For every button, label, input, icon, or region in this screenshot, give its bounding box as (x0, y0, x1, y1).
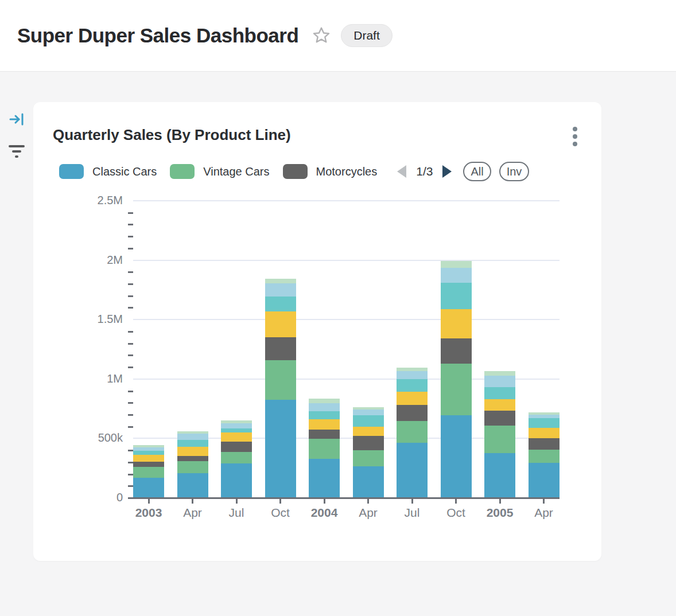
bar-segment-unlabeled-apr-9[interactable] (529, 428, 560, 439)
x-tick (499, 498, 501, 504)
bar-segment-unlabeled-jul-2[interactable] (221, 423, 252, 428)
bar-segment-vintage-cars-2003-0[interactable] (133, 467, 164, 478)
gridline (133, 260, 560, 261)
favorite-button[interactable] (311, 25, 332, 46)
bar-segment-motorcycles-apr-9[interactable] (529, 438, 560, 450)
bar-segment-classic-cars-2004-4[interactable] (309, 459, 340, 498)
x-axis-label: Apr (167, 506, 219, 520)
bar-segment-unlabeled-apr-5[interactable] (353, 415, 384, 427)
bar-segment-unlabeled-jul-6[interactable] (397, 379, 428, 391)
bar-segment-vintage-cars-2005-8[interactable] (484, 426, 515, 453)
gridline (133, 319, 560, 320)
bar-segment-unlabeled-jul-6[interactable] (397, 368, 428, 372)
bar-segment-unlabeled-jul-6[interactable] (397, 371, 428, 379)
bar-segment-unlabeled-apr-5[interactable] (353, 407, 384, 410)
bar-segment-unlabeled-apr-1[interactable] (177, 440, 208, 447)
bar-segment-classic-cars-2003-0[interactable] (133, 478, 164, 498)
legend-all-button[interactable]: All (463, 162, 491, 181)
card-menu-button[interactable] (568, 123, 582, 150)
bar-segment-vintage-cars-jul-2[interactable] (221, 452, 252, 463)
bar-segment-motorcycles-2004-4[interactable] (309, 430, 340, 439)
bar-segment-vintage-cars-apr-1[interactable] (177, 461, 208, 473)
x-axis-label: 2004 (298, 506, 350, 520)
bar-segment-unlabeled-2003-0[interactable] (133, 445, 164, 447)
y-minor-tick (128, 367, 133, 368)
y-minor-tick (128, 212, 133, 214)
bar-segment-motorcycles-apr-1[interactable] (177, 456, 208, 461)
bar-segment-unlabeled-oct-3[interactable] (265, 279, 296, 283)
y-axis-label: 0 (83, 491, 123, 504)
bar-segment-unlabeled-apr-1[interactable] (177, 447, 208, 456)
bar-segment-unlabeled-jul-6[interactable] (397, 392, 428, 406)
gridline (133, 200, 560, 201)
bar-segment-motorcycles-oct-7[interactable] (441, 338, 472, 364)
kebab-icon (573, 127, 577, 131)
bar-segment-vintage-cars-oct-3[interactable] (265, 360, 296, 400)
bar-segment-motorcycles-oct-3[interactable] (265, 337, 296, 360)
filter-button[interactable] (0, 139, 33, 164)
legend-item-motorcycles[interactable]: Motorcycles (283, 164, 378, 179)
bar-segment-unlabeled-2004-4[interactable] (309, 411, 340, 419)
y-minor-tick (128, 354, 133, 356)
bar-segment-vintage-cars-apr-9[interactable] (529, 450, 560, 463)
legend-prev-icon[interactable] (397, 165, 406, 178)
bar-segment-unlabeled-jul-2[interactable] (221, 432, 252, 442)
bar-segment-motorcycles-jul-6[interactable] (397, 405, 428, 420)
bar-segment-unlabeled-2005-8[interactable] (484, 376, 515, 387)
bar-segment-unlabeled-oct-7[interactable] (441, 309, 472, 338)
bar-segment-unlabeled-oct-3[interactable] (265, 311, 296, 337)
legend-row: Classic CarsVintage CarsMotorcycles 1/3 … (59, 162, 578, 181)
bar-segment-classic-cars-apr-9[interactable] (529, 463, 560, 498)
bar-segment-unlabeled-2005-8[interactable] (484, 371, 515, 376)
bar-segment-classic-cars-jul-2[interactable] (221, 463, 252, 498)
y-minor-tick (128, 283, 133, 285)
bar-segment-unlabeled-2004-4[interactable] (309, 399, 340, 403)
bar-segment-unlabeled-apr-5[interactable] (353, 427, 384, 436)
bar-segment-unlabeled-2003-0[interactable] (133, 451, 164, 455)
bar-segment-unlabeled-oct-3[interactable] (265, 297, 296, 311)
bar-segment-vintage-cars-2004-4[interactable] (309, 439, 340, 459)
page-title: Super Duper Sales Dashboard (17, 24, 298, 47)
status-badge: Draft (341, 24, 393, 47)
x-tick (411, 498, 413, 504)
bar-segment-classic-cars-apr-5[interactable] (353, 466, 384, 498)
bar-segment-unlabeled-apr-1[interactable] (177, 434, 208, 440)
bar-segment-motorcycles-2003-0[interactable] (133, 462, 164, 467)
bar-segment-unlabeled-oct-7[interactable] (441, 268, 472, 283)
bar-segment-unlabeled-jul-2[interactable] (221, 420, 252, 423)
bar-segment-unlabeled-2005-8[interactable] (484, 399, 515, 411)
legend-item-classic-cars[interactable]: Classic Cars (59, 164, 157, 179)
bar-segment-classic-cars-2005-8[interactable] (484, 453, 515, 498)
bar-segment-classic-cars-apr-1[interactable] (177, 473, 208, 498)
bar-segment-vintage-cars-apr-5[interactable] (353, 450, 384, 466)
bar-segment-unlabeled-2004-4[interactable] (309, 419, 340, 429)
bar-segment-classic-cars-oct-7[interactable] (441, 415, 472, 498)
bar-segment-unlabeled-2005-8[interactable] (484, 387, 515, 399)
bar-segment-unlabeled-apr-9[interactable] (529, 415, 560, 418)
y-minor-tick (128, 224, 133, 225)
bar-segment-unlabeled-oct-7[interactable] (441, 283, 472, 309)
bar-segment-unlabeled-apr-1[interactable] (177, 431, 208, 434)
bar-segment-vintage-cars-oct-7[interactable] (441, 364, 472, 415)
bar-segment-unlabeled-2003-0[interactable] (133, 455, 164, 462)
chart-card: Quarterly Sales (By Product Line) Classi… (33, 102, 601, 561)
bar-segment-unlabeled-apr-9[interactable] (529, 412, 560, 415)
legend-invert-button[interactable]: Inv (499, 162, 530, 181)
bar-segment-classic-cars-jul-6[interactable] (397, 443, 428, 498)
bar-segment-motorcycles-2005-8[interactable] (484, 411, 515, 426)
bar-segment-motorcycles-apr-5[interactable] (353, 436, 384, 450)
bar-segment-unlabeled-2004-4[interactable] (309, 403, 340, 412)
collapse-panel-button[interactable] (0, 107, 33, 132)
bar-segment-unlabeled-apr-5[interactable] (353, 410, 384, 415)
bar-segment-unlabeled-apr-9[interactable] (529, 418, 560, 427)
legend-next-icon[interactable] (442, 165, 452, 178)
bar-segment-motorcycles-jul-2[interactable] (221, 442, 252, 452)
bar-segment-vintage-cars-jul-6[interactable] (397, 421, 428, 443)
bar-segment-unlabeled-2003-0[interactable] (133, 447, 164, 451)
bar-segment-unlabeled-oct-7[interactable] (441, 261, 472, 268)
x-axis-label: Oct (430, 506, 482, 520)
bar-segment-unlabeled-jul-2[interactable] (221, 428, 252, 432)
legend-item-vintage-cars[interactable]: Vintage Cars (170, 164, 269, 179)
bar-segment-unlabeled-oct-3[interactable] (265, 283, 296, 297)
bar-segment-classic-cars-oct-3[interactable] (265, 400, 296, 498)
